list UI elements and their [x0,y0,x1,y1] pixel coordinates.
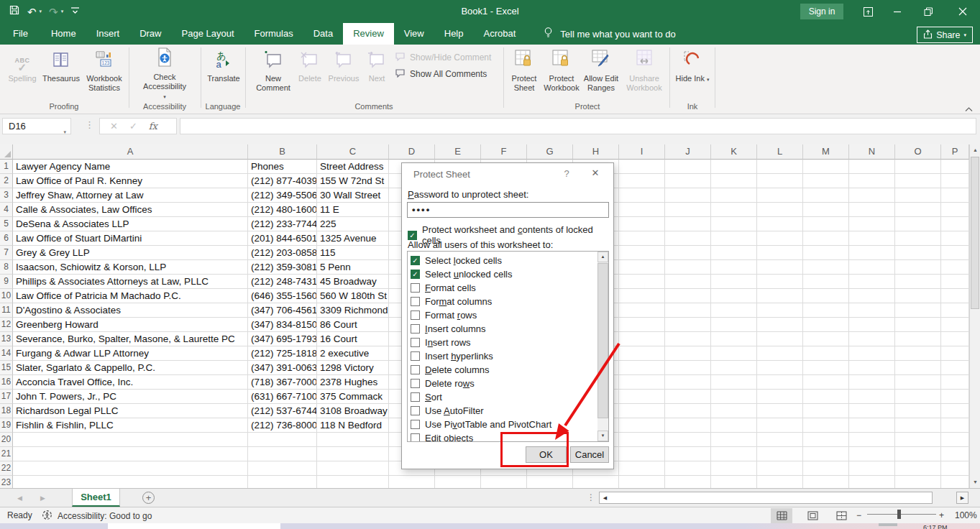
formula-input[interactable] [180,118,976,134]
permission-checkbox[interactable] [411,433,420,442]
sign-in-button[interactable]: Sign in [800,4,843,19]
cell-K6[interactable] [711,231,757,246]
cell-C15[interactable]: 1298 Victory [317,361,389,375]
permission-item-sort[interactable]: Sort [408,390,608,404]
cell-N6[interactable] [849,231,895,246]
cell-A18[interactable]: Richardson Legal PLLC [13,404,248,418]
cell-A16[interactable]: Acconcia Travel Office, Inc. [13,375,248,390]
permission-item-format-columns[interactable]: Format columns [408,295,608,308]
cell-P14[interactable] [941,346,969,361]
column-header-E[interactable]: E [435,144,481,160]
cell-N11[interactable] [849,303,895,318]
zoom-slider-thumb[interactable] [897,510,901,519]
permission-item-select-locked-cells[interactable]: ✓Select locked cells [408,254,608,267]
hide-ink-button[interactable]: Hide Ink ▾ [673,47,712,101]
workbook-statistics-button[interactable]: 123 Workbook Statistics [82,47,127,101]
dialog-close-icon[interactable]: ✕ [587,167,603,178]
cell-A13[interactable]: Severance, Burko, Spalter, Masone, & Lau… [13,332,248,346]
cell-N1[interactable] [849,160,895,174]
cell-A7[interactable]: Grey & Grey LLP [13,246,248,260]
cell-A23[interactable] [13,476,248,488]
cell-M10[interactable] [803,289,849,303]
cell-O18[interactable] [895,404,941,418]
cell-N2[interactable] [849,174,895,188]
cell-C9[interactable]: 45 Broadway [317,275,389,289]
row-header-8[interactable]: 8 [0,260,13,275]
name-box-caret-icon[interactable]: ▾ [63,124,66,139]
cell-P17[interactable] [941,390,969,404]
zoom-out-icon[interactable]: − [856,510,861,520]
cell-P3[interactable] [941,188,969,203]
cell-I15[interactable] [619,361,665,375]
cell-O3[interactable] [895,188,941,203]
cell-P4[interactable] [941,203,969,217]
cell-B1[interactable]: Phones [248,160,317,174]
cell-I16[interactable] [619,375,665,390]
cell-O7[interactable] [895,246,941,260]
cell-L22[interactable] [757,461,803,476]
cell-I22[interactable] [619,461,665,476]
vertical-scrollbar-thumb[interactable] [971,157,979,309]
row-header-23[interactable]: 23 [0,476,13,488]
row-header-13[interactable]: 13 [0,332,13,346]
cell-B11[interactable]: (347) 706-4561 [248,303,317,318]
cell-B7[interactable]: (212) 203-0858 [248,246,317,260]
permission-checkbox[interactable] [411,379,420,388]
listbox-scroll-down-icon[interactable]: ▼ [597,431,608,441]
cell-A1[interactable]: Lawyer Agency Name [13,160,248,174]
cell-A12[interactable]: Greenberg Howard [13,318,248,332]
permission-checkbox[interactable] [411,406,420,415]
cell-I1[interactable] [619,160,665,174]
normal-view-button[interactable] [771,508,792,523]
select-all-corner[interactable] [0,144,13,160]
cell-C20[interactable] [317,433,389,447]
cell-A9[interactable]: Phillips & Associates Attorneys at Law, … [13,275,248,289]
zoom-level[interactable]: 100% [955,510,977,520]
cell-J9[interactable] [665,275,711,289]
cell-J6[interactable] [665,231,711,246]
cell-C13[interactable]: 16 Court [317,332,389,346]
cell-B18[interactable]: (212) 537-6744 [248,404,317,418]
cell-K14[interactable] [711,346,757,361]
column-header-D[interactable]: D [389,144,435,160]
cell-M20[interactable] [803,433,849,447]
cell-N19[interactable] [849,418,895,433]
cell-C17[interactable]: 375 Commack [317,390,389,404]
cell-J20[interactable] [665,433,711,447]
cell-L23[interactable] [757,476,803,488]
cell-L9[interactable] [757,275,803,289]
page-break-preview-button[interactable] [830,508,852,523]
permission-checkbox[interactable] [411,351,420,361]
cell-A19[interactable]: Fishlin & Fishlin, PLLC [13,418,248,433]
cell-C14[interactable]: 2 executive [317,346,389,361]
cell-M8[interactable] [803,260,849,275]
cell-I18[interactable] [619,404,665,418]
permission-checkbox[interactable] [411,392,420,402]
listbox-scroll-up-icon[interactable]: ▲ [597,252,608,262]
cell-A4[interactable]: Calle & Associates, Law Offices [13,203,248,217]
cell-I17[interactable] [619,390,665,404]
cell-N15[interactable] [849,361,895,375]
cell-O10[interactable] [895,289,941,303]
cell-N13[interactable] [849,332,895,346]
cell-L1[interactable] [757,160,803,174]
cell-J21[interactable] [665,447,711,461]
cell-K15[interactable] [711,361,757,375]
cell-B19[interactable]: (212) 736-8000 [248,418,317,433]
cell-K12[interactable] [711,318,757,332]
cell-O4[interactable] [895,203,941,217]
tab-help[interactable]: Help [434,23,474,45]
cell-B14[interactable]: (212) 725-1818 [248,346,317,361]
cell-N5[interactable] [849,217,895,231]
row-header-22[interactable]: 22 [0,461,13,476]
cell-L3[interactable] [757,188,803,203]
cell-L4[interactable] [757,203,803,217]
cell-J2[interactable] [665,174,711,188]
cancel-button[interactable]: Cancel [570,446,609,463]
spelling-button[interactable]: ABC✓ Spelling [4,47,40,101]
permission-item-insert-columns[interactable]: Insert columns [408,322,608,336]
cell-P10[interactable] [941,289,969,303]
cell-C18[interactable]: 3108 Broadway [317,404,389,418]
cell-L10[interactable] [757,289,803,303]
cell-K22[interactable] [711,461,757,476]
